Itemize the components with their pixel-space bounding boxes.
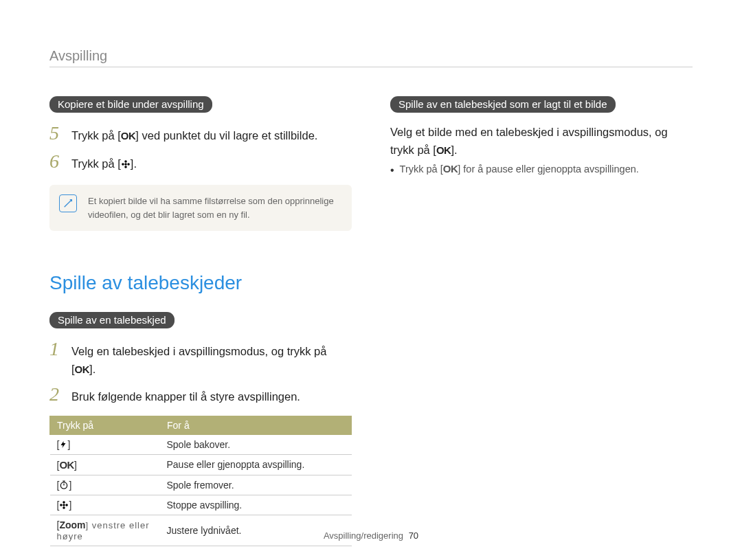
step-1: 1 Velg en talebeskjed i avspillingsmodus… <box>49 339 352 378</box>
table-row: [] Stoppe avspilling. <box>50 495 352 515</box>
right-body-pre: Velg et bilde med en talebeskjed i avspi… <box>390 126 668 156</box>
right-column: Spille av en talebeskjed som er lagt til… <box>390 96 693 546</box>
table-header-action: For å <box>160 416 352 434</box>
cell-desc: Spole bakover. <box>160 434 352 454</box>
svg-point-2 <box>124 166 127 168</box>
bullet-dot: • <box>390 163 394 178</box>
flower-icon <box>121 159 131 169</box>
step-number-5: 5 <box>49 124 63 143</box>
controls-table: Trykk på For å [] Spole bakover. [OK] Pa… <box>49 416 352 546</box>
step6-text-pre: Trykk på [ <box>71 157 121 170</box>
step5-text-pre: Trykk på [ <box>71 129 121 142</box>
step-5: 5 Trykk på [OK] ved punktet du vil lagre… <box>49 124 352 145</box>
svg-point-10 <box>66 504 69 506</box>
ok-icon: OK <box>121 130 136 142</box>
flower-icon <box>59 500 69 510</box>
step-number-6: 6 <box>49 152 63 171</box>
table-row: [OK] Pause eller gjenoppta avspilling. <box>50 454 352 475</box>
step5-text-post: ] ved punktet du vil lagre et stillbilde… <box>135 129 317 142</box>
svg-point-3 <box>122 163 124 166</box>
ok-icon: OK <box>59 459 74 471</box>
flash-icon <box>59 440 67 449</box>
svg-point-0 <box>124 163 127 166</box>
ok-icon: OK <box>75 363 90 375</box>
pill-copy-image: Kopiere et bilde under avspilling <box>49 96 212 113</box>
svg-point-8 <box>63 506 66 509</box>
zoom-strong: Zoom <box>59 519 85 530</box>
cell-desc: Pause eller gjenoppta avspilling. <box>160 454 352 475</box>
svg-point-7 <box>63 501 66 504</box>
right-body-post: ]. <box>451 144 457 156</box>
svg-point-5 <box>61 482 67 489</box>
ok-icon: OK <box>436 144 451 156</box>
table-header-press: Trykk på <box>50 416 160 434</box>
note-icon <box>59 194 77 212</box>
step2-text: Bruk følgende knapper til å styre avspil… <box>71 388 300 406</box>
table-row: [] Spole fremover. <box>50 475 352 495</box>
section-title: Spille av talebeskjeder <box>49 272 352 294</box>
note-text: Et kopiert bilde vil ha samme filstørrel… <box>88 196 334 220</box>
note-box: Et kopiert bilde vil ha samme filstørrel… <box>49 185 352 231</box>
step-2: 2 Bruk følgende knapper til å styre avsp… <box>49 385 352 406</box>
step6-text-post: ]. <box>131 157 137 170</box>
svg-point-4 <box>127 163 130 166</box>
step-number-1: 1 <box>49 339 63 359</box>
right-body: Velg et bilde med en talebeskjed i avspi… <box>390 124 693 159</box>
pill-play-attached-voice: Spille av en talebeskjed som er lagt til… <box>390 96 616 113</box>
footer-page-number: 70 <box>409 530 418 541</box>
cell-desc: Stoppe avspilling. <box>160 495 352 515</box>
breadcrumb: Avspilling <box>49 48 693 67</box>
step1-text-pre: Velg en talebeskjed i avspillingsmodus, … <box>71 345 326 375</box>
cell-key-ok: [OK] <box>50 454 160 475</box>
svg-point-6 <box>63 504 66 506</box>
right-bullet: • Trykk på [OK] for å pause eller gjenop… <box>390 163 693 178</box>
cell-key-flower: [] <box>50 495 160 515</box>
cell-desc: Spole fremover. <box>160 475 352 495</box>
step-6: 6 Trykk på []. <box>49 152 352 173</box>
bullet-pre: Trykk på [ <box>400 164 443 175</box>
cell-key-flash: [] <box>50 434 160 454</box>
step-number-2: 2 <box>49 385 63 404</box>
page-footer: Avspilling/redigering 70 <box>0 530 742 541</box>
table-row: [] Spole bakover. <box>50 434 352 454</box>
pill-play-voice: Spille av en talebeskjed <box>49 312 175 328</box>
svg-point-9 <box>60 504 63 506</box>
cell-key-timer: [] <box>50 475 160 495</box>
svg-point-1 <box>124 160 127 163</box>
timer-icon <box>59 480 69 490</box>
ok-icon: OK <box>443 163 458 175</box>
bullet-post: ] for å pause eller gjenoppta avspilling… <box>458 164 639 175</box>
left-column: Kopiere et bilde under avspilling 5 Tryk… <box>49 96 352 546</box>
step1-text-post: ]. <box>89 363 95 375</box>
footer-section: Avspilling/redigering <box>324 530 403 541</box>
